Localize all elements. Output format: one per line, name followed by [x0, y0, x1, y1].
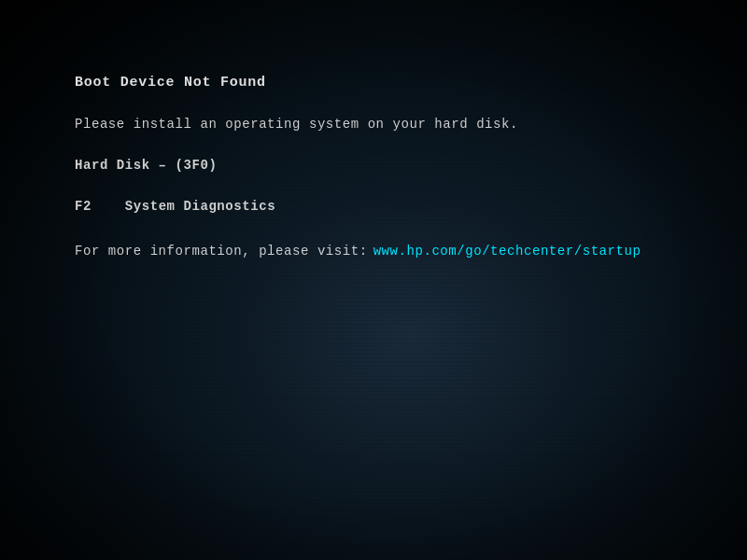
error-title: Boot Device Not Found — [75, 75, 672, 91]
more-info-line: For more information, please visit: www.… — [75, 244, 672, 259]
diagnostics-key: F2 — [75, 199, 92, 214]
diagnostics-line: F2 System Diagnostics — [75, 199, 672, 214]
hard-disk-info: Hard Disk – (3F0) — [75, 158, 672, 173]
bios-error-screen: Boot Device Not Found Please install an … — [0, 0, 747, 560]
diagnostics-label: System Diagnostics — [125, 199, 275, 214]
install-message: Please install an operating system on yo… — [75, 117, 672, 132]
support-url: www.hp.com/go/techcenter/startup — [374, 244, 641, 259]
more-info-prefix: For more information, please visit: — [75, 244, 368, 259]
error-content: Boot Device Not Found Please install an … — [75, 75, 672, 259]
